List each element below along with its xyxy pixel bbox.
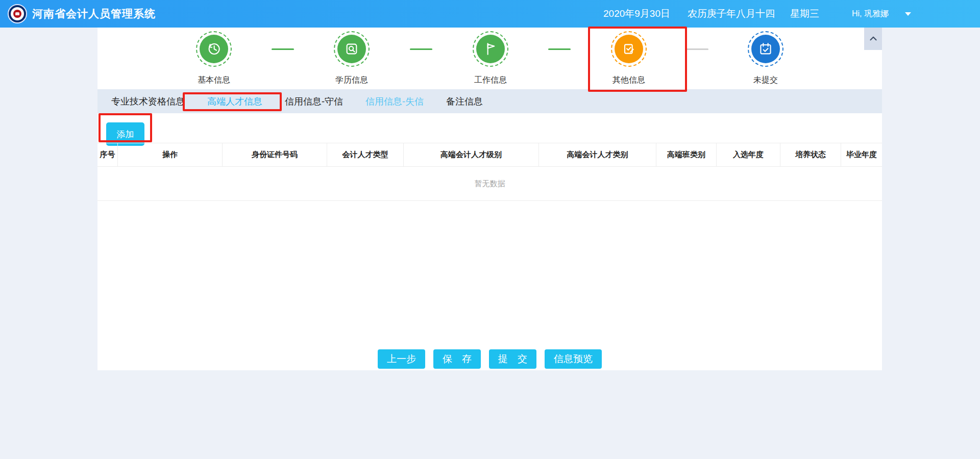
step-ring [196,31,232,67]
tab-credit-untrustworthy[interactable]: 信用信息-失信 [365,95,424,108]
step-connector [548,48,571,50]
tab-professional-qualification[interactable]: 专业技术资格信息 [111,95,185,108]
step-connector [686,48,708,50]
tab-credit-trustworthy[interactable]: 信用信息-守信 [285,95,343,108]
col-header-talent-type: 会计人才类型 [327,143,404,166]
col-header-actions: 操作 [118,143,223,166]
app-logo-ring [11,7,24,20]
step-ring [334,31,370,67]
col-header-talent-category: 高端会计人才类别 [539,143,656,166]
search-document-icon [337,35,366,63]
step-connector [410,48,432,50]
calendar-check-icon [751,35,780,63]
step-ring [748,31,783,67]
user-greeting[interactable]: Hi, 巩雅娜 [852,9,889,19]
collapse-button[interactable] [864,28,882,50]
step-education-info[interactable]: 学历信息 [311,31,393,86]
col-header-class-category: 高端班类别 [656,143,717,166]
col-header-training-status: 培养状态 [780,143,841,166]
app-logo-icon [8,4,27,23]
tab-remarks[interactable]: 备注信息 [446,95,483,108]
step-not-submitted[interactable]: 未提交 [725,31,806,86]
step-work-info[interactable]: 工作信息 [450,31,531,86]
step-label: 其他信息 [588,75,670,86]
lunar-date-text: 农历庚子年八月十四 [688,7,775,20]
user-menu-caret-icon[interactable] [905,12,911,16]
step-label: 基本信息 [173,75,255,86]
step-label: 学历信息 [311,75,393,86]
step-other-info[interactable]: 其他信息 [588,31,670,86]
chevron-up-icon [868,33,879,44]
col-header-id-number: 身份证件号码 [223,143,327,166]
col-header-selected-year: 入选年度 [717,143,780,166]
footer-actions: 上一步 保 存 提 交 信息预览 [97,349,882,369]
col-header-graduation-year: 毕业年度 [841,143,882,166]
step-label: 未提交 [725,75,806,86]
sub-tabbar: 专业技术资格信息 高端人才信息 信用信息-守信 信用信息-失信 备注信息 [97,89,882,113]
step-indicator: 基本信息 学历信息 [97,28,882,89]
preview-button[interactable]: 信息预览 [545,349,602,369]
topbar-right: 2020年9月30日 农历庚子年八月十四 星期三 Hi, 巩雅娜 [603,7,980,20]
table-header-row: 序号 操作 身份证件号码 会计人才类型 高端会计人才级别 高端会计人才类别 高端… [97,143,882,167]
save-button[interactable]: 保 存 [433,349,481,369]
app-logo-emblem [13,10,21,18]
app-title: 河南省会计人员管理系统 [32,7,156,21]
tab-high-end-talent[interactable]: 高端人才信息 [207,95,262,108]
topbar: 河南省会计人员管理系统 2020年9月30日 农历庚子年八月十四 星期三 Hi,… [0,0,980,28]
col-header-talent-level: 高端会计人才级别 [404,143,539,166]
previous-step-button[interactable]: 上一步 [378,349,425,369]
history-clock-icon [200,35,228,63]
table-empty-state: 暂无数据 [97,167,882,201]
step-ring [611,31,647,67]
form-edit-icon [615,35,643,63]
submit-button[interactable]: 提 交 [489,349,536,369]
step-connector [272,48,294,50]
main-panel: 基本信息 学历信息 [97,28,882,370]
step-label: 工作信息 [450,75,531,86]
col-header-seq: 序号 [97,143,118,166]
date-text: 2020年9月30日 [603,7,670,20]
step-ring [473,31,508,67]
step-basic-info[interactable]: 基本信息 [173,31,255,86]
weekday-text: 星期三 [790,7,819,20]
flag-icon [476,35,505,63]
